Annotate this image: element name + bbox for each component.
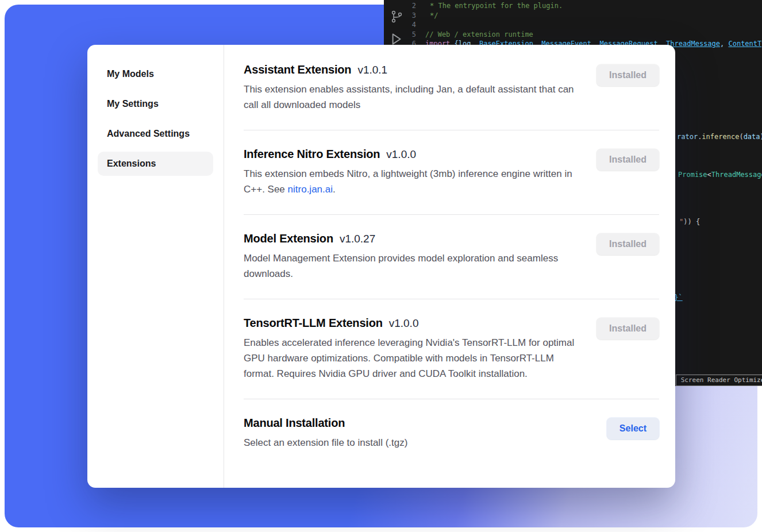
extension-title-line: Manual Installation (244, 417, 407, 430)
code-fragment: Promise<ThreadMessage> (678, 170, 762, 180)
line-number: 3 (384, 11, 425, 21)
code-text: */ (425, 11, 438, 21)
nav-item-extensions[interactable]: Extensions (98, 152, 213, 176)
nav-item-advanced-settings[interactable]: Advanced Settings (98, 122, 213, 146)
extension-row-model: Model Extension v1.0.27 Model Management… (244, 215, 659, 299)
extension-version: v1.0.0 (386, 148, 416, 161)
code-line: 2 * The entrypoint for the plugin. (384, 1, 762, 11)
extension-version: v1.0.27 (340, 233, 375, 245)
installed-button[interactable]: Installed (596, 318, 659, 340)
installed-button[interactable]: Installed (596, 149, 659, 171)
extension-title: Assistant Extension (244, 63, 351, 76)
screen: 2 * The entrypoint for the plugin. 3 */ … (0, 0, 762, 532)
screen-reader-badge[interactable]: Screen Reader Optimized (676, 375, 762, 386)
extension-title-line: Model Extension v1.0.27 (244, 232, 580, 245)
extension-description: Enables accelerated inference leveraging… (244, 335, 580, 381)
installed-button[interactable]: Installed (596, 233, 659, 255)
extension-description: Model Management Extension provides mode… (244, 250, 580, 282)
extension-title-line: TensortRT-LLM Extension v1.0.0 (244, 317, 580, 330)
extensions-list: Assistant Extension v1.0.1 This extensio… (224, 45, 675, 488)
extension-title-line: Assistant Extension v1.0.1 (244, 63, 580, 76)
code-line: 4 (384, 20, 762, 30)
extension-row-assistant: Assistant Extension v1.0.1 This extensio… (244, 45, 659, 130)
code-fragment: ")) { (679, 217, 700, 227)
code-lines: 2 * The entrypoint for the plugin. 3 */ … (384, 1, 762, 49)
extension-row-tensorrt-llm: TensortRT-LLM Extension v1.0.0 Enables a… (244, 299, 659, 399)
line-number: 5 (384, 30, 425, 40)
extension-row-inference-nitro: Inference Nitro Extension v1.0.0 This ex… (244, 130, 659, 215)
installed-button[interactable]: Installed (596, 64, 659, 86)
code-fragment: rator.inference(data)); (677, 132, 762, 142)
extension-title: TensortRT-LLM Extension (244, 317, 383, 330)
nitro-jan-ai-link[interactable]: nitro.jan.ai (288, 184, 333, 195)
settings-nav: My Models My Settings Advanced Settings … (87, 45, 224, 488)
description-text: . (333, 184, 336, 195)
extension-version: v1.0.0 (389, 317, 419, 330)
code-text: // Web / extension runtime (425, 30, 533, 40)
line-number: 2 (384, 1, 425, 11)
code-line: 5 // Web / extension runtime (384, 30, 762, 40)
extension-title: Manual Installation (244, 417, 345, 430)
line-number: 4 (384, 20, 425, 30)
extension-version: v1.0.1 (357, 64, 387, 76)
extension-description: This extension enables assistants, inclu… (244, 82, 580, 113)
nav-item-my-settings[interactable]: My Settings (98, 92, 213, 116)
code-line: 3 */ (384, 11, 762, 21)
extension-title-line: Inference Nitro Extension v1.0.0 (244, 148, 580, 161)
settings-modal: My Models My Settings Advanced Settings … (87, 45, 675, 488)
extension-description: This extension embeds Nitro, a lightweig… (244, 166, 580, 197)
extension-row-manual-installation: Manual Installation Select an extension … (244, 399, 659, 468)
code-text: * The entrypoint for the plugin. (425, 1, 563, 11)
extension-description: Select an extension file to install (.tg… (244, 435, 407, 450)
select-file-button[interactable]: Select (607, 418, 659, 440)
extension-title: Inference Nitro Extension (244, 148, 380, 161)
extension-title: Model Extension (244, 232, 333, 245)
nav-item-my-models[interactable]: My Models (98, 62, 213, 86)
